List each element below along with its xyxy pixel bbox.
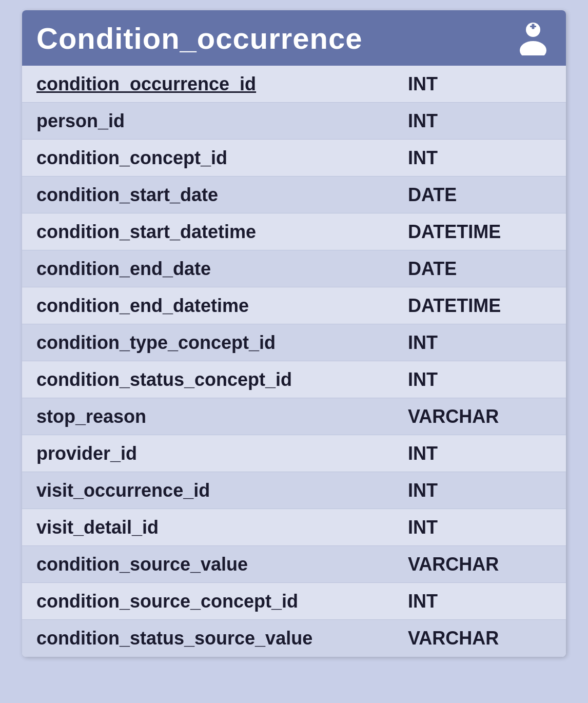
column-type: INT bbox=[408, 517, 552, 538]
column-name: visit_detail_id bbox=[36, 517, 408, 538]
table-row: condition_concept_idINT bbox=[22, 140, 566, 177]
column-name: person_id bbox=[36, 110, 408, 132]
person-icon bbox=[515, 19, 552, 56]
column-type: INT bbox=[408, 332, 552, 354]
table-row: condition_type_concept_idINT bbox=[22, 324, 566, 361]
column-name: condition_end_date bbox=[36, 258, 408, 280]
column-name: visit_occurrence_id bbox=[36, 480, 408, 501]
schema-table: Condition_occurrence condition_occurrenc… bbox=[22, 10, 566, 657]
column-type: DATE bbox=[408, 184, 552, 206]
column-name: condition_occurrence_id bbox=[36, 73, 408, 95]
column-type: DATE bbox=[408, 258, 552, 280]
column-name: condition_start_datetime bbox=[36, 221, 408, 243]
table-row: condition_status_concept_idINT bbox=[22, 361, 566, 398]
column-type: INT bbox=[408, 110, 552, 132]
column-type: DATETIME bbox=[408, 221, 552, 243]
table-row: stop_reasonVARCHAR bbox=[22, 398, 566, 435]
table-title: Condition_occurrence bbox=[36, 21, 363, 55]
column-type: INT bbox=[408, 591, 552, 612]
svg-point-1 bbox=[520, 41, 546, 55]
table-row: condition_end_dateDATE bbox=[22, 250, 566, 287]
column-name: condition_status_concept_id bbox=[36, 369, 408, 390]
table-row: condition_source_concept_idINT bbox=[22, 583, 566, 620]
table-header: Condition_occurrence bbox=[22, 10, 566, 66]
column-name: condition_source_concept_id bbox=[36, 591, 408, 612]
table-row: condition_start_datetimeDATETIME bbox=[22, 213, 566, 250]
table-row: provider_idINT bbox=[22, 435, 566, 472]
column-name: condition_source_value bbox=[36, 554, 408, 575]
table-row: visit_detail_idINT bbox=[22, 509, 566, 546]
column-name: condition_type_concept_id bbox=[36, 332, 408, 354]
svg-rect-3 bbox=[532, 24, 535, 29]
table-row: condition_end_datetimeDATETIME bbox=[22, 287, 566, 324]
table-row: condition_start_dateDATE bbox=[22, 177, 566, 213]
column-type: VARCHAR bbox=[408, 554, 552, 575]
column-name: condition_start_date bbox=[36, 184, 408, 206]
column-type: VARCHAR bbox=[408, 628, 552, 649]
column-type: INT bbox=[408, 369, 552, 390]
table-row: condition_occurrence_idINT bbox=[22, 66, 566, 103]
table-row: condition_source_valueVARCHAR bbox=[22, 546, 566, 583]
table-body: condition_occurrence_idINTperson_idINTco… bbox=[22, 66, 566, 657]
table-row: visit_occurrence_idINT bbox=[22, 472, 566, 509]
column-type: INT bbox=[408, 73, 552, 95]
column-type: INT bbox=[408, 147, 552, 169]
column-name: stop_reason bbox=[36, 406, 408, 427]
column-name: provider_id bbox=[36, 443, 408, 464]
column-type: VARCHAR bbox=[408, 406, 552, 427]
column-type: DATETIME bbox=[408, 295, 552, 317]
table-row: condition_status_source_valueVARCHAR bbox=[22, 620, 566, 657]
column-type: INT bbox=[408, 443, 552, 464]
column-name: condition_concept_id bbox=[36, 147, 408, 169]
column-name: condition_end_datetime bbox=[36, 295, 408, 317]
table-row: person_idINT bbox=[22, 103, 566, 140]
column-name: condition_status_source_value bbox=[36, 628, 408, 649]
column-type: INT bbox=[408, 480, 552, 501]
